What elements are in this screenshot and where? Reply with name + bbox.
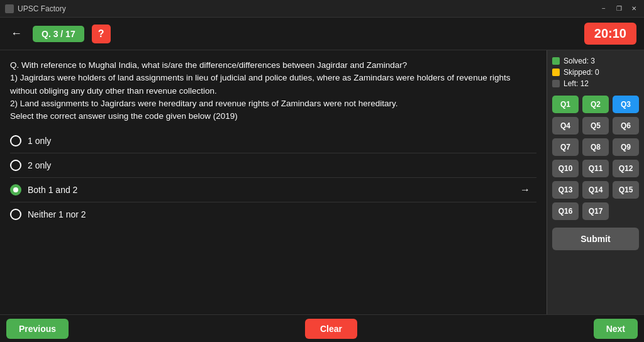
bottombar: Previous Clear Next	[0, 314, 644, 342]
legend-skipped: Skipped: 0	[552, 68, 639, 77]
option-item-4[interactable]: Neither 1 nor 2	[10, 202, 536, 226]
option-label-2: 2 only	[28, 160, 51, 170]
radio-circle-1	[10, 135, 21, 146]
clear-button[interactable]: Clear	[305, 319, 357, 339]
q-button-11[interactable]: Q11	[582, 160, 609, 177]
q-button-15[interactable]: Q15	[613, 181, 639, 199]
q-button-8[interactable]: Q8	[582, 138, 609, 156]
topbar: ← Q. 3 / 17 ? 20:10	[0, 18, 644, 50]
submit-button[interactable]: Submit	[552, 228, 639, 250]
option-label-4: Neither 1 nor 2	[28, 209, 86, 219]
skipped-label: Skipped: 0	[564, 68, 599, 77]
radio-circle-2	[10, 160, 21, 171]
q-button-12[interactable]: Q12	[613, 160, 639, 177]
q-button-2[interactable]: Q2	[582, 96, 609, 113]
q-button-1[interactable]: Q1	[552, 96, 579, 113]
sidebar: Solved: 3 Skipped: 0 Left: 12 Q1Q2Q3Q4Q5…	[547, 50, 644, 314]
question-area: Q. With reference to Mughal India, what …	[0, 50, 547, 314]
app-title: UPSC Factory	[18, 4, 66, 13]
q-button-5[interactable]: Q5	[582, 117, 609, 135]
radio-circle-4	[10, 209, 21, 220]
selected-arrow-icon: →	[520, 184, 530, 196]
titlebar-controls: − ❐ ✕	[599, 4, 639, 14]
options-list: 1 only2 onlyBoth 1 and 2→Neither 1 nor 2	[10, 129, 536, 226]
legend-left: Left: 12	[552, 79, 639, 88]
option-item-1[interactable]: 1 only	[10, 129, 536, 153]
left-dot	[552, 80, 560, 87]
solved-label: Solved: 3	[564, 57, 595, 65]
option-label-3: Both 1 and 2	[28, 185, 77, 195]
q-button-3[interactable]: Q3	[613, 96, 639, 113]
q-button-4[interactable]: Q4	[552, 117, 579, 135]
question-text: Q. With reference to Mughal India, what …	[10, 59, 536, 123]
close-button[interactable]: ✕	[629, 4, 639, 14]
help-button[interactable]: ?	[92, 25, 111, 43]
solved-dot	[552, 57, 560, 65]
q-button-16[interactable]: Q16	[552, 202, 579, 220]
option-item-3[interactable]: Both 1 and 2→	[10, 178, 536, 202]
timer-display: 20:10	[584, 23, 636, 45]
q-button-7[interactable]: Q7	[552, 138, 579, 156]
maximize-button[interactable]: ❐	[614, 4, 624, 14]
main-content: Q. With reference to Mughal India, what …	[0, 50, 644, 314]
app-icon	[5, 4, 14, 13]
option-item-2[interactable]: 2 only	[10, 153, 536, 178]
legend-solved: Solved: 3	[552, 57, 639, 65]
question-badge: Q. 3 / 17	[33, 26, 84, 42]
option-label-1: 1 only	[28, 136, 51, 146]
titlebar-left: UPSC Factory	[5, 4, 66, 13]
question-grid: Q1Q2Q3Q4Q5Q6Q7Q8Q9Q10Q11Q12Q13Q14Q15Q16Q…	[552, 96, 639, 220]
titlebar: UPSC Factory − ❐ ✕	[0, 0, 644, 18]
left-label: Left: 12	[564, 79, 589, 88]
back-button[interactable]: ←	[8, 25, 25, 43]
q-button-10[interactable]: Q10	[552, 160, 579, 177]
q-button-13[interactable]: Q13	[552, 181, 579, 199]
q-button-9[interactable]: Q9	[613, 138, 639, 156]
radio-circle-3	[10, 184, 21, 196]
minimize-button[interactable]: −	[599, 4, 609, 14]
skipped-dot	[552, 69, 560, 76]
previous-button[interactable]: Previous	[6, 319, 69, 339]
q-button-6[interactable]: Q6	[613, 117, 639, 135]
next-button[interactable]: Next	[594, 319, 638, 339]
q-button-14[interactable]: Q14	[582, 181, 609, 199]
q-button-17[interactable]: Q17	[582, 202, 609, 220]
legend: Solved: 3 Skipped: 0 Left: 12	[552, 57, 639, 88]
